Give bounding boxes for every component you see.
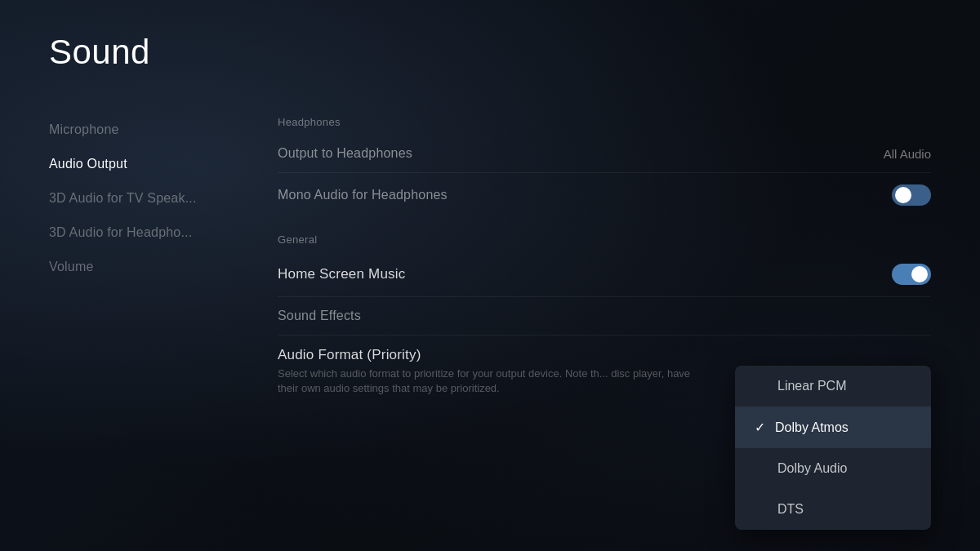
dropdown-item-dolby-atmos[interactable]: ✓ Dolby Atmos: [735, 407, 931, 448]
audio-format-dropdown[interactable]: Linear PCM ✓ Dolby Atmos Dolby Audio DTS: [735, 366, 931, 530]
dropdown-item-dolby-audio[interactable]: Dolby Audio: [735, 448, 931, 489]
sidebar-item-3d-audio-tv[interactable]: 3D Audio for TV Speak...: [49, 181, 261, 216]
sidebar-item-microphone[interactable]: Microphone: [49, 113, 261, 147]
home-screen-music-label: Home Screen Music: [278, 266, 405, 282]
general-section-label: General: [278, 233, 931, 246]
headphones-section: Headphones Output to Headphones All Audi…: [278, 116, 931, 217]
dropdown-item-dts[interactable]: DTS: [735, 489, 931, 530]
mono-audio-toggle-knob: [895, 187, 911, 203]
dropdown-item-linear-pcm[interactable]: Linear PCM: [735, 366, 931, 407]
audio-format-priority-label: Audio Format (Priority): [278, 347, 702, 363]
main-content: Headphones Output to Headphones All Audi…: [261, 113, 931, 407]
headphones-section-label: Headphones: [278, 116, 931, 128]
sound-effects-label: Sound Effects: [278, 309, 361, 323]
home-screen-music-toggle-knob: [911, 266, 928, 282]
sidebar: Microphone Audio Output 3D Audio for TV …: [49, 113, 261, 407]
dropdown-item-dts-label: DTS: [777, 502, 804, 517]
home-screen-music-row[interactable]: Home Screen Music: [278, 252, 931, 297]
page-title: Sound: [49, 33, 931, 72]
sidebar-item-volume[interactable]: Volume: [49, 250, 261, 284]
dropdown-item-dolby-atmos-label: Dolby Atmos: [775, 420, 849, 435]
home-screen-music-toggle[interactable]: [892, 264, 931, 285]
dolby-atmos-check-icon: ✓: [755, 420, 765, 435]
output-to-headphones-value: All Audio: [884, 147, 931, 161]
output-to-headphones-label: Output to Headphones: [278, 146, 412, 161]
audio-format-priority-description: Select which audio format to prioritize …: [278, 367, 702, 396]
sidebar-item-audio-output[interactable]: Audio Output: [49, 147, 261, 181]
sidebar-item-3d-audio-headphones[interactable]: 3D Audio for Headpho...: [49, 216, 261, 250]
dropdown-item-linear-pcm-label: Linear PCM: [777, 379, 846, 393]
mono-audio-headphones-label: Mono Audio for Headphones: [278, 188, 448, 202]
mono-audio-headphones-row[interactable]: Mono Audio for Headphones: [278, 173, 931, 217]
mono-audio-toggle[interactable]: [892, 184, 931, 206]
output-to-headphones-row[interactable]: Output to Headphones All Audio: [278, 135, 931, 173]
dropdown-item-dolby-audio-label: Dolby Audio: [777, 461, 847, 476]
sound-effects-row[interactable]: Sound Effects: [278, 297, 931, 335]
